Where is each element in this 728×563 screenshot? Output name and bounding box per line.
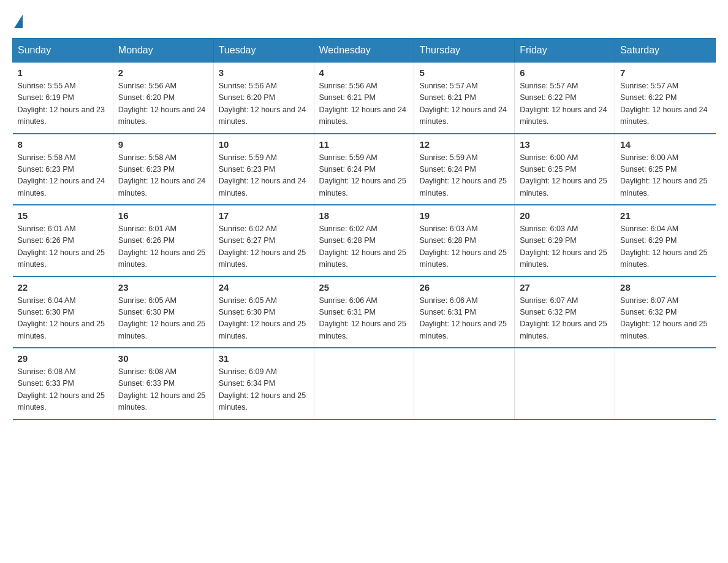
day-number: 25 [319,282,409,293]
day-cell: 9Sunrise: 5:58 AMSunset: 6:23 PMDaylight… [113,134,213,205]
day-info: Sunrise: 6:04 AMSunset: 6:30 PMDaylight:… [18,295,108,343]
logo [12,12,23,26]
day-info: Sunrise: 5:57 AMSunset: 6:22 PMDaylight:… [520,80,610,128]
day-cell: 26Sunrise: 6:06 AMSunset: 6:31 PMDayligh… [414,277,515,348]
day-cell: 27Sunrise: 6:07 AMSunset: 6:32 PMDayligh… [515,277,615,348]
day-cell: 2Sunrise: 5:56 AMSunset: 6:20 PMDaylight… [113,63,213,134]
day-number: 2 [118,67,208,78]
week-row-1: 1Sunrise: 5:55 AMSunset: 6:19 PMDaylight… [13,63,716,134]
day-info: Sunrise: 6:05 AMSunset: 6:30 PMDaylight:… [219,295,309,343]
day-number: 1 [18,67,108,78]
day-number: 3 [219,67,309,78]
day-cell: 18Sunrise: 6:02 AMSunset: 6:28 PMDayligh… [314,205,414,277]
day-cell: 5Sunrise: 5:57 AMSunset: 6:21 PMDaylight… [414,63,515,134]
day-cell: 24Sunrise: 6:05 AMSunset: 6:30 PMDayligh… [213,277,314,348]
day-number: 5 [419,67,509,78]
day-number: 27 [520,282,610,293]
day-number: 6 [520,67,610,78]
header-wednesday: Wednesday [314,39,414,63]
day-number: 31 [219,353,309,364]
day-cell: 16Sunrise: 6:01 AMSunset: 6:26 PMDayligh… [113,205,213,277]
day-info: Sunrise: 5:59 AMSunset: 6:23 PMDaylight:… [219,152,309,200]
header-friday: Friday [515,39,615,63]
header-thursday: Thursday [414,39,515,63]
day-info: Sunrise: 5:56 AMSunset: 6:21 PMDaylight:… [319,80,409,128]
week-row-4: 22Sunrise: 6:04 AMSunset: 6:30 PMDayligh… [13,277,716,348]
day-info: Sunrise: 6:08 AMSunset: 6:33 PMDaylight:… [18,366,108,414]
day-cell [414,348,515,419]
day-number: 16 [118,210,208,221]
day-number: 17 [219,210,309,221]
day-number: 12 [419,139,509,150]
day-number: 26 [419,282,509,293]
day-info: Sunrise: 6:09 AMSunset: 6:34 PMDaylight:… [219,366,309,414]
day-info: Sunrise: 5:58 AMSunset: 6:23 PMDaylight:… [118,152,208,200]
day-cell: 31Sunrise: 6:09 AMSunset: 6:34 PMDayligh… [213,348,314,419]
header-sunday: Sunday [13,39,113,63]
week-row-3: 15Sunrise: 6:01 AMSunset: 6:26 PMDayligh… [13,205,716,277]
day-info: Sunrise: 6:01 AMSunset: 6:26 PMDaylight:… [18,223,108,271]
day-number: 8 [18,139,108,150]
day-info: Sunrise: 6:04 AMSunset: 6:29 PMDaylight:… [620,223,710,271]
day-info: Sunrise: 6:05 AMSunset: 6:30 PMDaylight:… [118,295,208,343]
week-row-2: 8Sunrise: 5:58 AMSunset: 6:23 PMDaylight… [13,134,716,205]
day-number: 28 [620,282,710,293]
header-saturday: Saturday [615,39,716,63]
day-cell [515,348,615,419]
day-info: Sunrise: 6:01 AMSunset: 6:26 PMDaylight:… [118,223,208,271]
day-number: 24 [219,282,309,293]
day-cell: 1Sunrise: 5:55 AMSunset: 6:19 PMDaylight… [13,63,113,134]
day-number: 29 [18,353,108,364]
day-cell: 22Sunrise: 6:04 AMSunset: 6:30 PMDayligh… [13,277,113,348]
day-number: 18 [319,210,409,221]
day-info: Sunrise: 6:07 AMSunset: 6:32 PMDaylight:… [620,295,710,343]
day-cell: 17Sunrise: 6:02 AMSunset: 6:27 PMDayligh… [213,205,314,277]
day-info: Sunrise: 6:06 AMSunset: 6:31 PMDaylight:… [319,295,409,343]
day-info: Sunrise: 5:55 AMSunset: 6:19 PMDaylight:… [18,80,108,128]
day-cell: 12Sunrise: 5:59 AMSunset: 6:24 PMDayligh… [414,134,515,205]
day-info: Sunrise: 5:56 AMSunset: 6:20 PMDaylight:… [219,80,309,128]
day-info: Sunrise: 5:58 AMSunset: 6:23 PMDaylight:… [18,152,108,200]
day-info: Sunrise: 6:00 AMSunset: 6:25 PMDaylight:… [520,152,610,200]
day-cell: 21Sunrise: 6:04 AMSunset: 6:29 PMDayligh… [615,205,716,277]
day-cell: 13Sunrise: 6:00 AMSunset: 6:25 PMDayligh… [515,134,615,205]
day-cell: 14Sunrise: 6:00 AMSunset: 6:25 PMDayligh… [615,134,716,205]
calendar-table: SundayMondayTuesdayWednesdayThursdayFrid… [12,38,716,420]
day-cell: 23Sunrise: 6:05 AMSunset: 6:30 PMDayligh… [113,277,213,348]
day-cell: 8Sunrise: 5:58 AMSunset: 6:23 PMDaylight… [13,134,113,205]
day-number: 23 [118,282,208,293]
day-number: 11 [319,139,409,150]
day-cell: 20Sunrise: 6:03 AMSunset: 6:29 PMDayligh… [515,205,615,277]
day-info: Sunrise: 5:59 AMSunset: 6:24 PMDaylight:… [319,152,409,200]
day-info: Sunrise: 6:00 AMSunset: 6:25 PMDaylight:… [620,152,710,200]
day-cell: 6Sunrise: 5:57 AMSunset: 6:22 PMDaylight… [515,63,615,134]
day-info: Sunrise: 6:02 AMSunset: 6:28 PMDaylight:… [319,223,409,271]
day-cell: 4Sunrise: 5:56 AMSunset: 6:21 PMDaylight… [314,63,414,134]
day-cell: 3Sunrise: 5:56 AMSunset: 6:20 PMDaylight… [213,63,314,134]
day-cell: 7Sunrise: 5:57 AMSunset: 6:22 PMDaylight… [615,63,716,134]
day-number: 19 [419,210,509,221]
day-cell: 11Sunrise: 5:59 AMSunset: 6:24 PMDayligh… [314,134,414,205]
day-info: Sunrise: 6:03 AMSunset: 6:28 PMDaylight:… [419,223,509,271]
day-cell: 15Sunrise: 6:01 AMSunset: 6:26 PMDayligh… [13,205,113,277]
day-number: 10 [219,139,309,150]
day-info: Sunrise: 6:08 AMSunset: 6:33 PMDaylight:… [118,366,208,414]
day-number: 30 [118,353,208,364]
day-info: Sunrise: 6:06 AMSunset: 6:31 PMDaylight:… [419,295,509,343]
day-info: Sunrise: 6:07 AMSunset: 6:32 PMDaylight:… [520,295,610,343]
day-number: 4 [319,67,409,78]
header-tuesday: Tuesday [213,39,314,63]
day-cell: 19Sunrise: 6:03 AMSunset: 6:28 PMDayligh… [414,205,515,277]
day-number: 15 [18,210,108,221]
day-info: Sunrise: 5:59 AMSunset: 6:24 PMDaylight:… [419,152,509,200]
header-monday: Monday [113,39,213,63]
logo-triangle-icon [14,15,23,28]
day-info: Sunrise: 6:02 AMSunset: 6:27 PMDaylight:… [219,223,309,271]
day-info: Sunrise: 6:03 AMSunset: 6:29 PMDaylight:… [520,223,610,271]
day-number: 22 [18,282,108,293]
day-cell [314,348,414,419]
day-number: 21 [620,210,710,221]
day-number: 9 [118,139,208,150]
day-number: 20 [520,210,610,221]
day-cell: 30Sunrise: 6:08 AMSunset: 6:33 PMDayligh… [113,348,213,419]
